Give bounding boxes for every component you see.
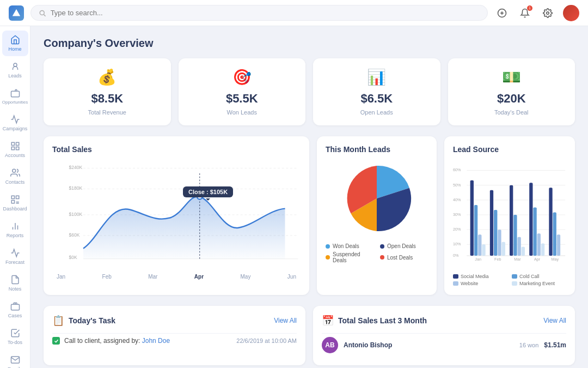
sidebar-label-notes: Notes bbox=[9, 286, 22, 292]
task-icon: 📋 bbox=[52, 315, 64, 327]
sidebar-label-leads: Leads bbox=[8, 73, 22, 79]
todays-task-title-wrap: 📋 Today's Task bbox=[52, 315, 115, 327]
svg-rect-11 bbox=[11, 147, 14, 150]
search-input[interactable] bbox=[51, 9, 480, 17]
sidebar-label-home: Home bbox=[8, 46, 21, 52]
sidebar-item-leads[interactable]: Leads bbox=[2, 57, 28, 83]
kpi-card-open-leads: 📊 $6.5K Open Leads bbox=[313, 58, 440, 125]
pie-chart-svg bbox=[339, 160, 415, 237]
total-sales-last3-title: Total Sales Last 3 Month bbox=[338, 316, 427, 325]
search-bar[interactable] bbox=[30, 5, 488, 21]
sidebar-item-opportunities[interactable]: Opportunities bbox=[2, 84, 28, 109]
sidebar-label-contacts: Contacts bbox=[5, 179, 25, 185]
task-assignee: John Doe bbox=[142, 337, 170, 345]
page-title: Company's Overview bbox=[44, 37, 575, 50]
notifications-button[interactable]: 1 bbox=[517, 5, 532, 21]
sidebar-label-campaigns: Campaigns bbox=[3, 126, 28, 131]
sidebar-item-cases[interactable]: Cases bbox=[2, 297, 28, 323]
kpi-cards: 💰 $8.5K Total Revenue 🎯 $5.5K Won Leads … bbox=[44, 58, 575, 125]
svg-point-13 bbox=[12, 169, 15, 172]
sidebar-item-reports[interactable]: Reports bbox=[2, 217, 28, 243]
legend-dot-open bbox=[380, 244, 384, 249]
legend-dot-lost bbox=[380, 255, 384, 260]
svg-text:30%: 30% bbox=[453, 212, 461, 217]
legend-suspended-deals: Suspended Deals bbox=[326, 251, 373, 263]
svg-point-1 bbox=[40, 10, 44, 15]
svg-text:$100K: $100K bbox=[69, 212, 82, 217]
kpi-icon-todays-deal: 💵 bbox=[502, 68, 521, 86]
svg-rect-69 bbox=[557, 234, 560, 256]
svg-rect-58 bbox=[513, 215, 517, 256]
lead-source-title: Lead Source bbox=[453, 145, 566, 154]
app-logo bbox=[9, 5, 24, 21]
sidebar-item-accounts[interactable]: Accounts bbox=[2, 137, 28, 162]
sidebar-item-campaigns[interactable]: Campaigns bbox=[2, 110, 28, 136]
svg-rect-10 bbox=[16, 142, 19, 145]
svg-rect-12 bbox=[16, 147, 19, 150]
svg-text:0%: 0% bbox=[453, 253, 459, 258]
topbar-icons: 1 bbox=[494, 5, 579, 21]
svg-rect-14 bbox=[11, 196, 14, 198]
task-checkbox[interactable] bbox=[52, 337, 60, 345]
sidebar-item-forecast[interactable]: Forecast bbox=[2, 244, 28, 269]
sidebar-item-dashboard[interactable]: Dashboard bbox=[2, 190, 28, 216]
total-sales-last3-card: 📅 Total Sales Last 3 Month View All AB A… bbox=[313, 306, 575, 365]
svg-line-2 bbox=[44, 14, 45, 16]
total-sales-chart-card: Total Sales Close : $105K $240K $180K $1… bbox=[44, 136, 309, 295]
sales-avatar: AB bbox=[322, 337, 338, 353]
sidebar-item-todos[interactable]: To-dos bbox=[2, 324, 28, 349]
svg-rect-63 bbox=[533, 207, 536, 256]
svg-rect-60 bbox=[522, 247, 525, 256]
bar-chart-svg: 60% 50% 40% 30% 20% 10% 0% bbox=[453, 160, 566, 269]
pie-legend: Won Deals Open Deals Suspended Deals bbox=[326, 243, 428, 263]
svg-rect-62 bbox=[529, 183, 532, 256]
svg-rect-48 bbox=[474, 205, 477, 256]
kpi-label-won-leads: Won Leads bbox=[227, 109, 257, 116]
kpi-icon-open-leads: 📊 bbox=[367, 68, 386, 86]
svg-rect-67 bbox=[549, 188, 552, 256]
kpi-value-open-leads: $6.5K bbox=[360, 92, 393, 106]
lead-source-chart-card: Lead Source 60% 50% 40% 30% 20% 10% 0% bbox=[444, 136, 575, 295]
svg-rect-15 bbox=[16, 196, 19, 198]
todays-task-card: 📋 Today's Task View All Call to client, … bbox=[44, 306, 305, 365]
sales-item: AB Antonio Bishop 16 won $1.51m bbox=[322, 333, 566, 357]
total-sales-last3-header: 📅 Total Sales Last 3 Month View All bbox=[322, 315, 566, 327]
sidebar-label-forecast: Forecast bbox=[5, 260, 24, 265]
charts-row: Total Sales Close : $105K $240K $180K $1… bbox=[44, 136, 575, 295]
todays-task-view-all[interactable]: View All bbox=[274, 317, 297, 324]
avatar[interactable] bbox=[563, 5, 579, 21]
svg-text:20%: 20% bbox=[453, 227, 461, 232]
legend-dot-won bbox=[326, 244, 330, 249]
svg-rect-64 bbox=[537, 233, 541, 256]
svg-rect-50 bbox=[482, 244, 485, 256]
sidebar-label-cases: Cases bbox=[8, 313, 22, 318]
svg-text:Mar: Mar bbox=[514, 257, 521, 262]
sidebar-label-dashboard: Dashboard bbox=[3, 206, 27, 212]
todays-task-title: Today's Task bbox=[69, 316, 115, 325]
total-sales-last3-title-wrap: 📅 Total Sales Last 3 Month bbox=[322, 315, 427, 327]
legend-label-open: Open Deals bbox=[387, 243, 416, 249]
add-button[interactable] bbox=[494, 5, 510, 21]
notification-badge: 1 bbox=[527, 5, 532, 11]
svg-rect-9 bbox=[11, 142, 14, 145]
svg-rect-54 bbox=[498, 230, 501, 256]
sidebar-item-home[interactable]: Home bbox=[2, 31, 28, 56]
sidebar-item-notes[interactable]: Notes bbox=[2, 270, 28, 296]
svg-rect-47 bbox=[470, 180, 474, 256]
svg-rect-49 bbox=[478, 234, 481, 256]
svg-text:60%: 60% bbox=[453, 167, 461, 172]
sidebar-item-emails[interactable]: Emails bbox=[2, 351, 28, 368]
svg-rect-59 bbox=[517, 237, 520, 256]
svg-text:10%: 10% bbox=[453, 242, 461, 246]
settings-button[interactable] bbox=[540, 5, 555, 21]
svg-point-6 bbox=[547, 11, 549, 14]
legend-open-deals: Open Deals bbox=[380, 243, 428, 249]
svg-text:$240K: $240K bbox=[69, 165, 82, 170]
svg-rect-20 bbox=[11, 304, 19, 310]
topbar: 1 bbox=[0, 0, 588, 26]
sidebar-item-contacts[interactable]: Contacts bbox=[2, 164, 28, 189]
chart-x-labels: Jan Feb Mar Apr May Jun bbox=[52, 272, 301, 280]
kpi-label-todays-deal: Today's Deal bbox=[494, 109, 529, 116]
bottom-row: 📋 Today's Task View All Call to client, … bbox=[44, 306, 575, 365]
total-sales-last3-view-all[interactable]: View All bbox=[543, 317, 566, 324]
